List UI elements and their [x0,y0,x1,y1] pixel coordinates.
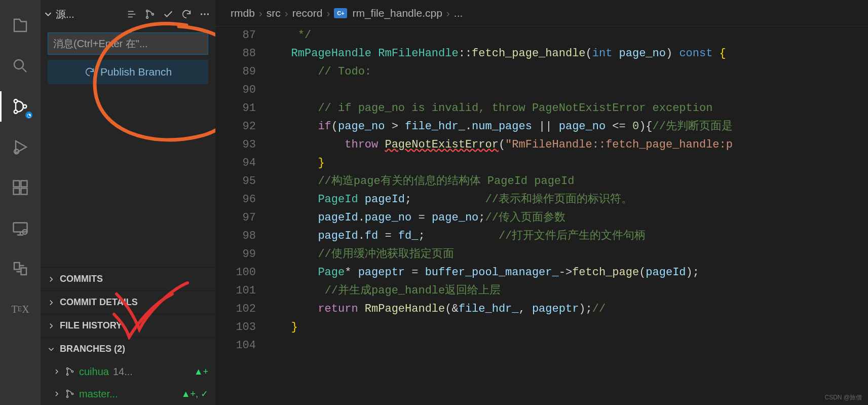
line-number: 91 [215,99,271,118]
code-line[interactable]: 94 } [215,154,868,172]
code-content[interactable]: pageId.page_no = page_no;//传入页面参数 [271,209,868,227]
svg-point-20 [66,374,68,375]
branch-row-1[interactable]: master... ▲+, ✓ [41,383,215,405]
more-icon[interactable] [199,9,210,20]
code-content[interactable]: } [271,318,868,337]
activity-bar: ◔ TEX [0,0,41,405]
code-line[interactable]: 90 [215,81,868,99]
code-content[interactable] [271,81,868,99]
search-icon[interactable] [0,46,41,86]
svg-point-13 [146,10,148,12]
remote-icon[interactable] [0,208,41,248]
code-content[interactable]: //使用缓冲池获取指定页面 [271,245,868,264]
breadcrumb[interactable]: rmdb› src› record› C+ rm_file_handle.cpp… [215,0,868,26]
commit-check-icon[interactable] [163,9,174,20]
line-number: 102 [215,300,271,318]
line-number: 88 [215,45,271,63]
chevron-right-icon [47,298,56,307]
chevron-down-icon [47,345,56,354]
chevron-down-icon[interactable] [43,9,54,20]
explorer-icon[interactable] [0,5,41,46]
code-line[interactable]: 93 throw PageNotExistError("RmFileHandle… [215,136,868,154]
svg-rect-5 [14,181,20,187]
code-line[interactable]: 87 */ [215,26,868,45]
line-number: 97 [215,209,271,227]
code-content[interactable] [271,337,868,355]
line-number: 98 [215,227,271,245]
code-line[interactable]: 91 // if page_no is invalid, throw PageN… [215,99,868,118]
svg-point-2 [14,110,18,114]
code-line[interactable]: 99 //使用缓冲池获取指定页面 [215,245,868,264]
code-content[interactable]: */ [271,26,868,45]
line-number: 95 [215,172,271,191]
section-commits[interactable]: COMMITS [41,267,215,290]
line-number: 99 [215,245,271,264]
chevron-right-icon [47,321,56,330]
code-area[interactable]: 87 */88 RmPageHandle RmFileHandle::fetch… [215,26,868,405]
line-number: 90 [215,81,271,99]
line-number: 94 [215,154,271,172]
svg-point-17 [204,13,205,15]
code-line[interactable]: 89 // Todo: [215,63,868,81]
crumb-2[interactable]: record [292,7,323,19]
code-content[interactable]: pageId.fd = fd_; //打开文件后产生的文件句柄 [271,227,868,245]
refresh-icon[interactable] [181,9,192,20]
code-content[interactable]: if(page_no > file_hdr_.num_pages || page… [271,118,868,136]
section-file-history[interactable]: FILE HISTORY [41,314,215,337]
code-content[interactable]: RmPageHandle RmFileHandle::fetch_page_ha… [271,45,868,63]
code-line[interactable]: 95 //构造page有关的信息的结构体 PageId pageId [215,172,868,191]
sync-icon[interactable] [0,248,41,289]
code-line[interactable]: 98 pageId.fd = fd_; //打开文件后产生的文件句柄 [215,227,868,245]
source-control-icon[interactable]: ◔ [0,86,41,127]
line-number: 96 [215,191,271,209]
branch-name: cuihua [79,366,109,378]
line-number: 92 [215,118,271,136]
tex-icon[interactable]: TEX [0,289,41,329]
branch-marks: ▲+ [194,366,208,377]
run-debug-icon[interactable] [0,127,41,167]
watermark: CSDN @旅僧 [824,393,862,402]
commit-input-placeholder: 消息(Ctrl+Enter 在"... [53,37,148,51]
code-content[interactable]: } [271,154,868,172]
code-content[interactable]: PageId pageId; //表示和操作页面的标识符。 [271,191,868,209]
code-content[interactable]: Page* pageptr = buffer_pool_manager_->fe… [271,264,868,282]
chevron-right-icon [53,390,61,398]
branch-row-0[interactable]: cuihua 14... ▲+ [41,360,215,383]
svg-rect-11 [14,263,20,270]
svg-rect-8 [21,189,27,195]
code-line[interactable]: 100 Page* pageptr = buffer_pool_manager_… [215,264,868,282]
code-line[interactable]: 97 pageId.page_no = page_no;//传入页面参数 [215,209,868,227]
code-line[interactable]: 102 return RmPageHandle(&file_hdr_, page… [215,300,868,318]
code-content[interactable]: //并生成page_handle返回给上层 [271,282,868,300]
crumb-0[interactable]: rmdb [231,7,255,19]
section-file-history-label: FILE HISTORY [60,320,122,331]
crumb-tail[interactable]: ... [454,7,463,19]
svg-point-19 [66,368,68,370]
branch-action-icon[interactable] [144,9,156,20]
code-line[interactable]: 101 //并生成page_handle返回给上层 [215,282,868,300]
branch-icon [65,389,75,399]
code-content[interactable]: // if page_no is invalid, throw PageNotE… [271,99,868,118]
code-content[interactable]: throw PageNotExistError("RmFileHandle::f… [271,136,868,154]
svg-rect-6 [21,181,27,187]
publish-branch-button[interactable]: Publish Branch [48,60,208,84]
code-line[interactable]: 88 RmPageHandle RmFileHandle::fetch_page… [215,45,868,63]
commit-message-input[interactable]: 消息(Ctrl+Enter 在"... [48,32,208,55]
extensions-icon[interactable] [0,167,41,208]
crumb-file[interactable]: rm_file_handle.cpp [352,7,442,19]
line-number: 93 [215,136,271,154]
section-commit-details[interactable]: COMMIT DETAILS [41,290,215,314]
branch-trailing: 14... [113,366,133,378]
cpp-file-icon: C+ [334,8,347,18]
code-line[interactable]: 96 PageId pageId; //表示和操作页面的标识符。 [215,191,868,209]
code-content[interactable]: return RmPageHandle(&file_hdr_, pageptr)… [271,300,868,318]
crumb-1[interactable]: src [267,7,281,19]
section-branches[interactable]: BRANCHES (2) [41,337,215,360]
code-content[interactable]: // Todo: [271,63,868,81]
code-line[interactable]: 92 if(page_no > file_hdr_.num_pages || p… [215,118,868,136]
code-line[interactable]: 103 } [215,318,868,337]
view-list-icon[interactable] [126,9,137,20]
line-number: 103 [215,318,271,337]
code-line[interactable]: 104 [215,337,868,355]
code-content[interactable]: //构造page有关的信息的结构体 PageId pageId [271,172,868,191]
